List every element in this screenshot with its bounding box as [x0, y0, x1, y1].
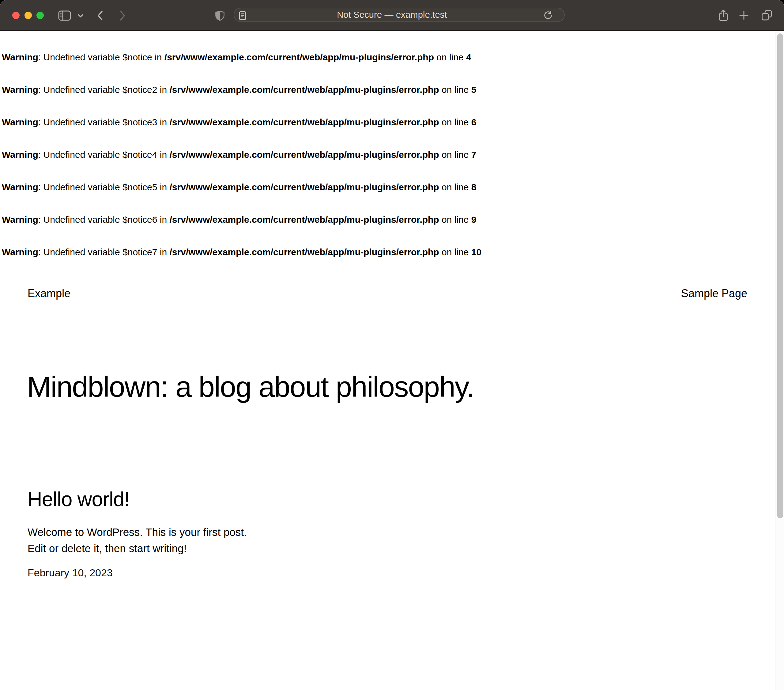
post-excerpt-line: Edit or delete it, then start writing!: [28, 540, 247, 556]
warning-text-suffix: on line: [439, 84, 471, 95]
php-warnings: Warning: Undefined variable $notice in /…: [2, 52, 772, 279]
site-title-link[interactable]: Example: [28, 287, 71, 300]
warning-path: /srv/www/example.com/current/web/app/mu-…: [170, 84, 439, 95]
warning-path: /srv/www/example.com/current/web/app/mu-…: [170, 215, 439, 224]
warning-line-number: 8: [471, 182, 476, 192]
warning-text: : Undefined variable $notice4 in: [38, 150, 170, 160]
warning-label: Warning: [2, 215, 38, 224]
site-header: Example Sample Page: [28, 287, 747, 300]
scrollbar-thumb[interactable]: [777, 33, 783, 518]
warning-line-number: 7: [471, 150, 476, 160]
warning-text: : Undefined variable $notice6 in: [38, 215, 170, 224]
php-warning-line: Warning: Undefined variable $notice6 in …: [2, 214, 772, 225]
php-warning-line: Warning: Undefined variable $notice4 in …: [2, 149, 772, 160]
warning-label: Warning: [2, 84, 38, 95]
new-tab-icon: [739, 10, 749, 20]
php-warning-line: Warning: Undefined variable $notice7 in …: [2, 247, 772, 258]
tab-overview-icon: [761, 10, 772, 21]
php-warning-line: Warning: Undefined variable $notice2 in …: [2, 84, 772, 95]
new-tab-button[interactable]: [739, 10, 749, 21]
browser-window: Not Secure — example.test: [0, 0, 784, 690]
warning-path: /srv/www/example.com/current/web/app/mu-…: [170, 150, 439, 160]
tab-overview-button[interactable]: [761, 9, 773, 21]
warning-text: : Undefined variable $notice2 in: [38, 84, 170, 95]
warning-text-suffix: on line: [434, 52, 466, 62]
warning-path: /srv/www/example.com/current/web/app/mu-…: [170, 182, 439, 192]
reload-button[interactable]: [543, 10, 554, 21]
nav-link-sample-page[interactable]: Sample Page: [681, 287, 747, 300]
php-warning-line: Warning: Undefined variable $notice5 in …: [2, 182, 772, 193]
share-icon: [718, 9, 728, 21]
warning-line-number: 4: [466, 52, 471, 62]
warning-line-number: 9: [471, 215, 476, 224]
warning-text: : Undefined variable $notice in: [38, 52, 165, 62]
warning-line-number: 5: [471, 84, 476, 95]
post-excerpt-line: Welcome to WordPress. This is your first…: [28, 524, 247, 540]
reader-button[interactable]: [238, 10, 247, 21]
reader-icon: [239, 11, 246, 20]
warning-text: : Undefined variable $notice3 in: [38, 117, 170, 127]
php-warning-line: Warning: Undefined variable $notice in /…: [2, 52, 772, 63]
share-button[interactable]: [718, 8, 729, 22]
warning-label: Warning: [2, 117, 38, 127]
warning-label: Warning: [2, 182, 38, 192]
php-warning-line: Warning: Undefined variable $notice3 in …: [2, 117, 772, 128]
warning-label: Warning: [2, 52, 38, 62]
warning-path: /srv/www/example.com/current/web/app/mu-…: [165, 52, 434, 62]
post-excerpt: Welcome to WordPress. This is your first…: [28, 524, 247, 556]
warning-text: : Undefined variable $notice5 in: [38, 182, 170, 192]
warning-text-suffix: on line: [439, 117, 471, 127]
warning-text-suffix: on line: [439, 215, 471, 224]
page-content: Warning: Undefined variable $notice in /…: [0, 31, 784, 690]
scrollbar-track[interactable]: [775, 31, 784, 690]
warning-text: : Undefined variable $notice7 in: [38, 247, 170, 257]
warning-label: Warning: [2, 150, 38, 160]
hero-heading: Mindblown: a blog about philosophy.: [27, 370, 747, 403]
post-title-link[interactable]: Hello world!: [28, 487, 130, 511]
post-date-link[interactable]: February 10, 2023: [28, 566, 113, 579]
address-bar-text: Not Secure — example.test: [0, 8, 784, 22]
warning-line-number: 10: [471, 247, 481, 257]
warning-line-number: 6: [471, 117, 476, 127]
reload-icon: [544, 11, 553, 20]
warning-path: /srv/www/example.com/current/web/app/mu-…: [170, 117, 439, 127]
warning-text-suffix: on line: [439, 247, 471, 257]
warning-text-suffix: on line: [439, 150, 471, 160]
warning-text-suffix: on line: [439, 182, 471, 192]
warning-label: Warning: [2, 247, 38, 257]
title-bar: Not Secure — example.test: [0, 0, 784, 31]
warning-path: /srv/www/example.com/current/web/app/mu-…: [170, 247, 439, 257]
